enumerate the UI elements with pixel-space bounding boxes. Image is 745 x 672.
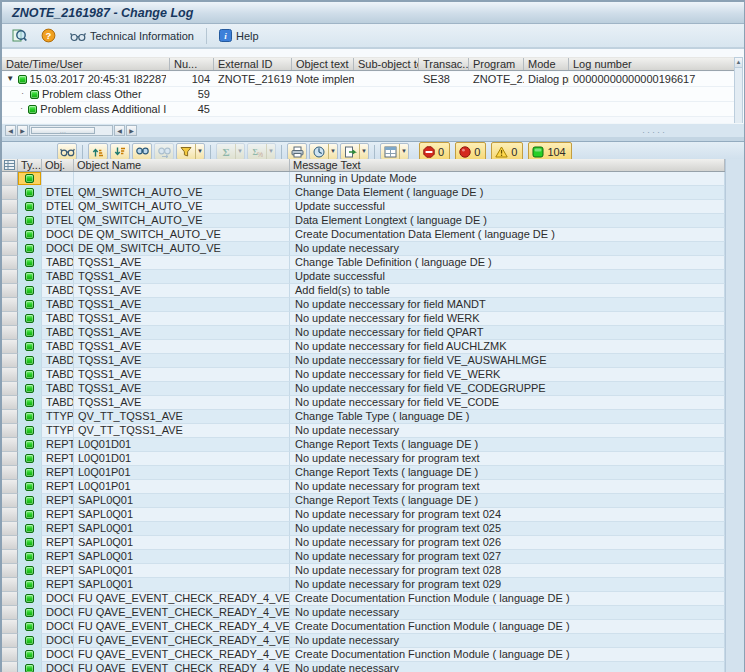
choose-detail-button[interactable] [8, 25, 31, 46]
row-selector[interactable] [2, 214, 18, 228]
grid-row[interactable]: DOCUDE QM_SWITCH_AUTO_VECreate Documenta… [2, 228, 725, 242]
grid-row[interactable]: TTYPQV_TT_TQSS1_AVENo update necessary [2, 424, 725, 438]
log-column-header[interactable]: Object text [292, 58, 354, 70]
grid-row[interactable]: REPTL0Q01D01Change Report Texts ( langua… [2, 438, 725, 452]
row-selector[interactable] [2, 536, 18, 550]
row-selector[interactable] [2, 256, 18, 270]
type-cell[interactable] [18, 648, 42, 662]
grid-row[interactable]: DOCUDE QM_SWITCH_AUTO_VENo update necess… [2, 242, 725, 256]
log-column-header[interactable]: Log number [569, 58, 737, 70]
type-cell[interactable] [18, 564, 42, 578]
grid-row[interactable]: TABDTQSS1_AVENo update neccessary for fi… [2, 368, 725, 382]
grid-row[interactable]: TABDTQSS1_AVEChange Table Definition ( l… [2, 256, 725, 270]
help-button[interactable]: i Help [215, 25, 263, 46]
log-table-row[interactable]: ▼15.03.2017 20:45:31 I822878104ZNOTE_216… [2, 72, 737, 87]
type-column-header[interactable]: Ty... [18, 159, 42, 171]
find-button[interactable] [132, 143, 152, 160]
type-cell[interactable] [18, 368, 42, 382]
grid-row[interactable]: DOCUFU QAVE_EVENT_CHECK_READY_4_VEEVENTC… [2, 620, 725, 634]
grid-row[interactable]: REPTSAPL0Q01No update necessary for prog… [2, 550, 725, 564]
type-cell[interactable] [18, 200, 42, 214]
choose-layout-button[interactable]: ▼ [380, 143, 409, 160]
row-selector[interactable] [2, 634, 18, 648]
grid-row[interactable]: DOCUFU QAVE_EVENT_CHECK_READY_4_VEEVENT_… [2, 648, 725, 662]
row-selector[interactable] [2, 382, 18, 396]
row-selector[interactable] [2, 172, 18, 186]
sort-ascending-button[interactable] [88, 143, 108, 160]
grid-row[interactable]: Running in Update Mode [2, 172, 725, 186]
grid-row[interactable]: REPTSAPL0Q01No update necessary for prog… [2, 508, 725, 522]
log-column-header[interactable]: Nu... [170, 58, 214, 70]
row-selector[interactable] [2, 186, 18, 200]
type-cell[interactable] [18, 410, 42, 424]
type-cell[interactable] [18, 396, 42, 410]
views-button[interactable]: ▼ [309, 143, 338, 160]
type-cell[interactable] [18, 606, 42, 620]
grid-row[interactable]: TABDTQSS1_AVENo update neccessary for fi… [2, 298, 725, 312]
row-selector[interactable] [2, 480, 18, 494]
row-selector[interactable] [2, 662, 18, 672]
grid-row[interactable]: REPTL0Q01P01Change Report Texts ( langua… [2, 466, 725, 480]
log-column-header[interactable]: Mode [524, 58, 569, 70]
log-table-row[interactable]: ·Problem class Other59 [2, 87, 737, 102]
row-selector[interactable] [2, 368, 18, 382]
grid-row[interactable]: TABDTQSS1_AVENo update neccessary for fi… [2, 396, 725, 410]
grid-row[interactable]: DOCUFU QAVE_EVENT_CHECK_READY_4_VENo upd… [2, 606, 725, 620]
grid-row[interactable]: TABDTQSS1_AVENo update neccessary for fi… [2, 326, 725, 340]
type-cell[interactable] [18, 508, 42, 522]
row-selector[interactable] [2, 452, 18, 466]
log-column-header[interactable]: External ID [214, 58, 292, 70]
row-selector[interactable] [2, 354, 18, 368]
row-selector[interactable] [2, 494, 18, 508]
details-glasses-button[interactable] [57, 143, 77, 160]
grid-row[interactable]: TABDTQSS1_AVEUpdate successful [2, 270, 725, 284]
type-cell[interactable] [18, 228, 42, 242]
type-cell[interactable] [18, 284, 42, 298]
type-cell[interactable] [18, 634, 42, 648]
type-cell[interactable] [18, 186, 42, 200]
row-selector[interactable] [2, 564, 18, 578]
grid-row[interactable]: TABDTQSS1_AVEAdd field(s) to table [2, 284, 725, 298]
type-cell[interactable] [18, 494, 42, 508]
scrollbar-thumb[interactable]: ⋯ [31, 127, 95, 134]
technical-information-button[interactable]: Technical Information [66, 25, 198, 46]
type-cell[interactable] [18, 592, 42, 606]
grid-row[interactable]: DOCUFU QAVE_EVENT_CHECK_READY_4_VEEVENT_… [2, 662, 725, 672]
grid-row[interactable]: DTELQM_SWITCH_AUTO_VEData Element Longte… [2, 214, 725, 228]
grid-row[interactable]: DOCUFU QAVE_EVENT_CHECK_READY_4_VEEVENTN… [2, 634, 725, 648]
row-selector[interactable] [2, 284, 18, 298]
filter-button[interactable]: ▼ [176, 143, 205, 160]
row-selector[interactable] [2, 396, 18, 410]
log-horizontal-scrollbar[interactable]: ◀ ▶ ⋯ ◀ ▶ [5, 125, 138, 136]
log-column-header[interactable]: Date/Time/User [2, 58, 170, 70]
grid-row[interactable]: TABDTQSS1_AVENo update neccessary for fi… [2, 340, 725, 354]
grid-row[interactable]: REPTSAPL0Q01Change Report Texts ( langua… [2, 494, 725, 508]
dropdown-arrow-icon[interactable]: ▼ [399, 144, 408, 159]
grid-row[interactable]: TABDTQSS1_AVENo update neccessary for fi… [2, 312, 725, 326]
type-cell[interactable] [18, 620, 42, 634]
grid-row[interactable]: REPTL0Q01D01No update necessary for prog… [2, 452, 725, 466]
export-button[interactable]: ▼ [340, 143, 369, 160]
scroll-up-icon[interactable]: ▲ [735, 58, 742, 68]
row-selector[interactable] [2, 340, 18, 354]
type-cell[interactable] [18, 256, 42, 270]
type-cell[interactable] [18, 480, 42, 494]
row-selector[interactable] [2, 522, 18, 536]
type-cell[interactable] [18, 340, 42, 354]
type-cell[interactable] [18, 438, 42, 452]
grid-row[interactable]: REPTSAPL0Q01No update necessary for prog… [2, 564, 725, 578]
print-button[interactable] [287, 143, 307, 160]
type-cell-selected[interactable] [18, 172, 42, 186]
row-selector[interactable] [2, 606, 18, 620]
scroll-left-icon[interactable]: ◀ [114, 125, 125, 136]
log-column-header[interactable]: Transac... [419, 58, 469, 70]
row-selector[interactable] [2, 200, 18, 214]
row-selector[interactable] [2, 438, 18, 452]
row-selector[interactable] [2, 424, 18, 438]
row-selector[interactable] [2, 592, 18, 606]
grid-row[interactable]: REPTSAPL0Q01No update necessary for prog… [2, 578, 725, 592]
object-name-column-header[interactable]: Object Name [74, 159, 290, 171]
scroll-right-icon[interactable]: ▶ [126, 125, 137, 136]
obj-column-header[interactable]: Obj. [42, 159, 74, 171]
grid-row[interactable]: DOCUFU QAVE_EVENT_CHECK_READY_4_VECreate… [2, 592, 725, 606]
